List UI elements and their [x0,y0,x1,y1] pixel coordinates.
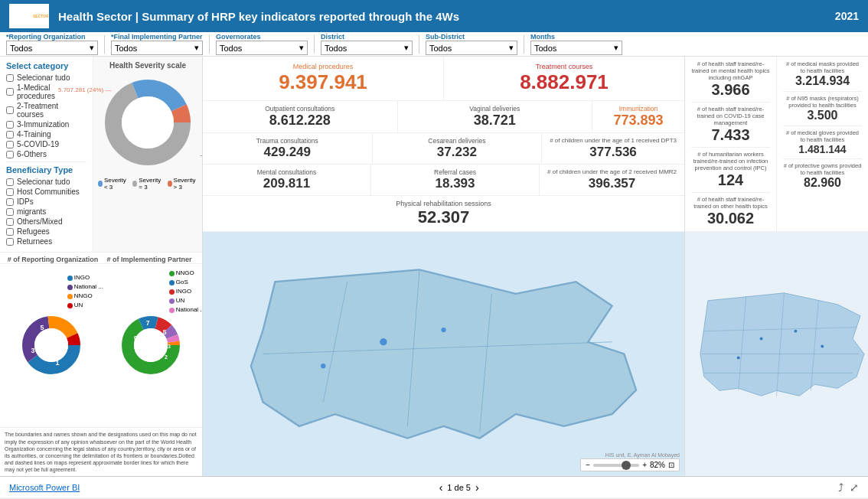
governorates-select[interactable]: Todos ▾ [216,41,308,55]
checkbox-covid[interactable]: 5-COVID-19 [6,140,86,148]
share-icon[interactable]: ⤴ [838,481,844,494]
treatment-courses-label: Treatment courses [450,63,678,70]
svg-text:7: 7 [145,319,149,327]
category-title: Select category [6,61,86,70]
checkbox-ben-all[interactable]: Selecionar tudo [6,178,86,186]
expand-icon[interactable]: ⤢ [850,481,859,494]
kpi-n95: # of N95 masks (respirators) provided to… [783,95,862,122]
vaginal-value: 38.721 [402,113,589,129]
cesarean-value: 37.232 [377,145,538,160]
checkbox-migrants[interactable]: migrants [6,207,86,216]
svg-point-49 [737,356,740,359]
covid-staff-label: # of health staff trained/re-trained on … [691,106,770,126]
chevron-down-icon-2: ▾ [194,43,199,53]
kpi-mmr2: # of children under the age of 2 receive… [540,165,684,195]
checkbox-immunization[interactable]: 3-Immunization [6,120,86,129]
zoom-minus-icon[interactable]: − [586,461,590,469]
next-page-icon[interactable]: › [475,481,479,494]
checkbox-selecionar-tudo[interactable]: Selecionar tudo [6,73,86,82]
chart2-area: 55 9 7 5 3 2 NNGO GoS INGO UN National .… [103,267,199,424]
header-year: 2021 [835,10,859,22]
zoom-control[interactable]: − + 82% ⊡ [580,458,680,471]
disclaimer-text: The boundaries and names shown and the d… [0,427,202,476]
center-kpis: Medical procedures 9.397.941 Treatment c… [203,57,684,476]
kpi-outpatient: Outpatient consultations 8.612.228 [203,101,398,132]
svg-text:6: 6 [59,333,63,341]
chevron-down-icon-4: ▾ [404,43,409,53]
final-impl-select[interactable]: Todos ▾ [111,41,203,55]
powerbi-link[interactable]: Microsoft Power BI [9,483,80,492]
checkbox-idps[interactable]: IDPs [6,197,86,206]
zoom-plus-icon[interactable]: + [642,461,647,469]
svg-text:55: 55 [153,353,161,360]
kpi-treatment-courses: Treatment courses 8.882.971 [444,57,684,100]
governorates-filter: Governorates Todos ▾ [216,33,308,55]
prev-page-icon[interactable]: ‹ [439,481,443,494]
checkbox-returnees[interactable]: Returnees [6,237,86,246]
months-filter: Months Todos ▾ [530,33,622,55]
zoom-thumb[interactable] [622,461,631,470]
district-select[interactable]: Todos ▾ [321,41,413,55]
svg-point-39 [321,364,325,368]
svg-text:9: 9 [133,334,137,342]
trauma-value: 429.249 [207,145,368,160]
medical-procedures-value: 9.397.941 [209,70,437,94]
filter-divider-1 [104,35,105,54]
chart2-donut: 55 9 7 5 3 2 [119,313,184,378]
district-label: District [321,33,413,41]
zoom-level: 82% [650,461,665,469]
kpi-dpt3: # of children under the age of 1 receive… [542,133,684,164]
zoom-slider[interactable] [593,464,639,467]
checkbox-others[interactable]: 6-Others [6,150,86,158]
checkbox-host[interactable]: Host Communities [6,188,86,196]
immunization-label: Immunization [600,105,677,113]
legend-dot-gt3 [168,181,172,187]
left-panel: Select category Selecionar tudo 1-Medica… [0,57,203,476]
outpatient-value: 8.612.228 [207,113,393,129]
reporting-org-select[interactable]: Todos ▾ [6,41,98,55]
severity-label-left: 5.707.281 (24%) — [58,86,111,93]
n95-label: # of N95 masks (respirators) provided to… [783,95,862,109]
chevron-down-icon: ▾ [90,43,94,53]
right-stats-panel: # of health staff trained/re-trained on … [684,57,868,476]
medical-masks-value: 3.214.934 [783,74,862,88]
mhgap-label: # of health staff trained/re-trained on … [691,60,770,81]
gowns-value: 82.960 [783,176,862,190]
svg-point-40 [441,328,445,332]
svg-text:3: 3 [31,347,34,354]
n95-value: 3.500 [783,109,862,122]
kpi-rehab: Physical rehabilitation sessions 52.307 [203,196,684,232]
medical-masks-label: # of medical masks provided to health fa… [783,60,862,74]
chart1-legend: INGO National ... NNGO UN [67,273,103,310]
mmr2-label: # of children under the age of 2 receive… [547,168,677,176]
checkbox-refugees[interactable]: Refugees [6,227,86,236]
subdistrict-select[interactable]: Todos ▾ [426,41,517,55]
checkbox-training[interactable]: 4-Training [6,130,86,139]
fullscreen-icon[interactable]: ⊡ [668,461,674,469]
filter-divider-3 [314,35,315,54]
humanitarian-value: 124 [691,171,770,189]
humanitarian-label: # of humanitarian workers trained/re-tra… [691,151,770,171]
legend-sev-gt3: Severity > 3 [168,177,197,191]
district-filter: District Todos ▾ [321,33,413,55]
checkbox-treatment[interactable]: 2-Treatment courses [6,102,86,119]
kpi-other-health: # of health staff trained/re-trained on … [691,196,770,227]
checkbox-mixed[interactable]: Others/Mixed [6,217,86,226]
kpi-gowns: # of protective gowns provided to health… [783,162,862,190]
filters-row: *Reporting Organization Todos ▾ *Final I… [0,32,868,57]
subdistrict-label: Sub-District [426,33,517,41]
final-impl-filter: *Final Implementing Partner Todos ▾ [111,33,203,55]
secondary-map-area [685,232,868,476]
months-label: Months [530,33,622,41]
page-info: 1 de 5 [447,483,471,492]
svg-point-11 [122,96,174,148]
months-select[interactable]: Todos ▾ [530,41,622,55]
severity-legend: Severity < 3 Severity = 3 Severity > 3 [98,177,197,191]
referral-label: Referral cases [375,168,535,176]
map-area: − + 82% ⊡ HIS unit, E. Ayman Al Mobayed [203,232,684,476]
implementing-partner-chart-label: # of Implementing Partner [101,256,197,263]
svg-point-38 [380,338,387,345]
chart2-legend: NNGO GoS INGO UN National ... [169,269,202,315]
svg-text:1: 1 [55,359,59,367]
kpi-mental: Mental consultations 209.811 [203,165,371,195]
